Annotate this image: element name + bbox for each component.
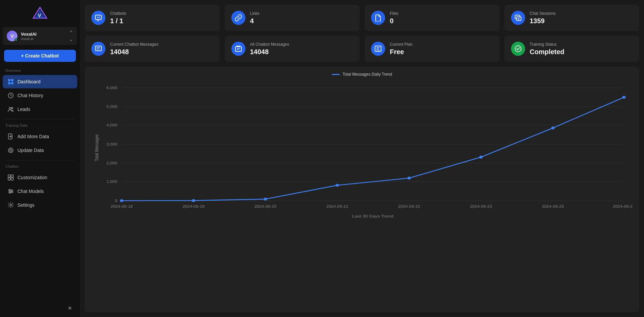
stats-grid-row1: Chatbots 1 / 1 Links 4	[85, 5, 639, 31]
svg-point-12	[10, 149, 12, 151]
svg-rect-3	[8, 79, 10, 81]
current-messages-content: Current Chatbot Messages 14048	[110, 42, 158, 56]
chat-sessions-label: Chat Sessions	[530, 11, 556, 16]
svg-rect-15	[8, 178, 10, 180]
svg-text:2024-09-23: 2024-09-23	[470, 204, 492, 208]
sidebar-item-chat-history[interactable]: Chat History	[3, 89, 77, 102]
current-messages-label: Current Chatbot Messages	[110, 42, 158, 47]
data-point-6	[551, 127, 555, 129]
sidebar: V V VoxalAI voxal.ai ⌃⌄ + Create Chatbot…	[0, 0, 80, 317]
svg-point-21	[11, 191, 12, 192]
training-status-label: Training Status	[530, 42, 564, 47]
stat-card-training-status: Training Status Completed	[504, 36, 640, 62]
account-name: VoxalAI	[21, 32, 37, 37]
data-point-0	[120, 199, 123, 202]
chatbots-value: 1 / 1	[110, 17, 126, 25]
chart-legend: Total Messages Daily Trend	[91, 72, 633, 77]
sidebar-item-customization[interactable]: Customization	[3, 171, 77, 184]
current-plan-content: Current Plan Free	[390, 42, 412, 56]
edit-icon	[95, 45, 102, 52]
leads-label: Leads	[17, 107, 30, 112]
main-content: Chatbots 1 / 1 Links 4	[80, 0, 644, 317]
svg-rect-6	[11, 82, 13, 84]
links-value: 4	[250, 17, 260, 25]
sidebar-item-dashboard[interactable]: Dashboard	[3, 75, 77, 88]
grid-icon	[7, 78, 14, 85]
all-messages-icon	[235, 45, 242, 52]
svg-point-26	[98, 17, 99, 17]
sidebar-item-settings[interactable]: Settings	[3, 198, 77, 212]
svg-point-27	[99, 17, 100, 17]
svg-point-11	[8, 148, 13, 153]
chat-sessions-value: 1359	[530, 17, 556, 25]
sidebar-item-add-more-data[interactable]: Add More Data	[3, 130, 77, 143]
data-point-1	[192, 199, 195, 202]
svg-point-23	[10, 204, 12, 206]
svg-text:1,000: 1,000	[106, 180, 118, 184]
files-label: Files	[390, 11, 398, 16]
current-plan-label: Current Plan	[390, 42, 412, 47]
check-circle-icon	[514, 45, 522, 52]
data-point-5	[479, 156, 482, 158]
svg-text:4,000: 4,000	[106, 123, 118, 127]
stat-card-chatbots: Chatbots 1 / 1	[85, 5, 220, 31]
links-content: Links 4	[250, 11, 260, 25]
svg-point-33	[515, 46, 521, 52]
chat-bubble-icon	[95, 14, 102, 22]
svg-text:5,000: 5,000	[106, 105, 118, 109]
chatbots-label: Chatbots	[110, 11, 126, 16]
plan-icon	[374, 45, 382, 52]
sidebar-item-leads[interactable]: Leads	[3, 103, 77, 116]
svg-point-9	[11, 108, 13, 109]
legend-label: Total Messages Daily Trend	[342, 72, 392, 77]
divider-1	[5, 119, 75, 119]
chevron-icon: ⌃⌄	[69, 30, 73, 42]
grid2-icon	[7, 174, 14, 181]
chat-sessions-icon	[514, 14, 522, 22]
training-data-section: Training Data Add More Data Update Data	[0, 122, 80, 157]
dashboard-label: Dashboard	[17, 79, 41, 84]
all-messages-icon-wrap	[231, 42, 245, 56]
create-chatbot-button[interactable]: + Create Chatbot	[4, 50, 76, 62]
account-switcher[interactable]: V VoxalAI voxal.ai ⌃⌄	[3, 27, 77, 45]
sliders-icon	[7, 188, 14, 195]
svg-rect-31	[235, 47, 241, 51]
sidebar-item-chat-models[interactable]: Chat Models	[3, 185, 77, 198]
all-messages-content: All Chatbot Messages 14048	[250, 42, 289, 56]
data-point-3	[335, 184, 339, 187]
chatbots-icon-wrap	[91, 11, 105, 25]
legend-dot	[332, 74, 340, 75]
account-left: V VoxalAI voxal.ai	[7, 31, 37, 41]
files-content: Files 0	[390, 11, 398, 25]
stat-card-all-messages: All Chatbot Messages 14048	[225, 36, 360, 62]
svg-rect-13	[8, 175, 10, 177]
logo-area: V	[0, 0, 80, 27]
sidebar-item-update-data[interactable]: Update Data	[3, 144, 77, 157]
chart-svg: 6,000 5,000 4,000 3,000 2,000 1,000 0 To…	[91, 81, 633, 222]
refresh-icon	[7, 147, 14, 154]
files-value: 0	[390, 17, 398, 25]
stats-grid-row2: Current Chatbot Messages 14048 All Chatb…	[85, 36, 639, 62]
svg-text:6,000: 6,000	[106, 86, 118, 90]
links-icon-wrap	[231, 11, 245, 25]
chat-models-label: Chat Models	[17, 189, 44, 194]
svg-rect-14	[11, 175, 13, 177]
svg-text:2024-09-19: 2024-09-19	[182, 204, 204, 208]
sidebar-bottom: ☀	[0, 300, 80, 317]
svg-point-20	[9, 189, 10, 191]
chat-sessions-icon-wrap	[511, 11, 525, 25]
theme-toggle-button[interactable]: ☀	[65, 304, 75, 313]
file-plus-icon	[7, 133, 14, 140]
svg-text:2024-09-26: 2024-09-26	[613, 204, 633, 208]
svg-rect-5	[8, 82, 10, 84]
svg-text:Last 30 Days Trend: Last 30 Days Trend	[352, 214, 394, 219]
training-data-section-label: Training Data	[0, 122, 80, 129]
chatbots-content: Chatbots 1 / 1	[110, 11, 126, 25]
chart-container: 6,000 5,000 4,000 3,000 2,000 1,000 0 To…	[91, 81, 633, 222]
all-messages-label: All Chatbot Messages	[250, 42, 289, 47]
svg-rect-16	[11, 178, 13, 180]
chat-sessions-content: Chat Sessions 1359	[530, 11, 556, 25]
stat-card-current-plan: Current Plan Free	[364, 36, 500, 62]
online-indicator	[14, 38, 17, 41]
voxalai-logo: V	[32, 6, 48, 22]
